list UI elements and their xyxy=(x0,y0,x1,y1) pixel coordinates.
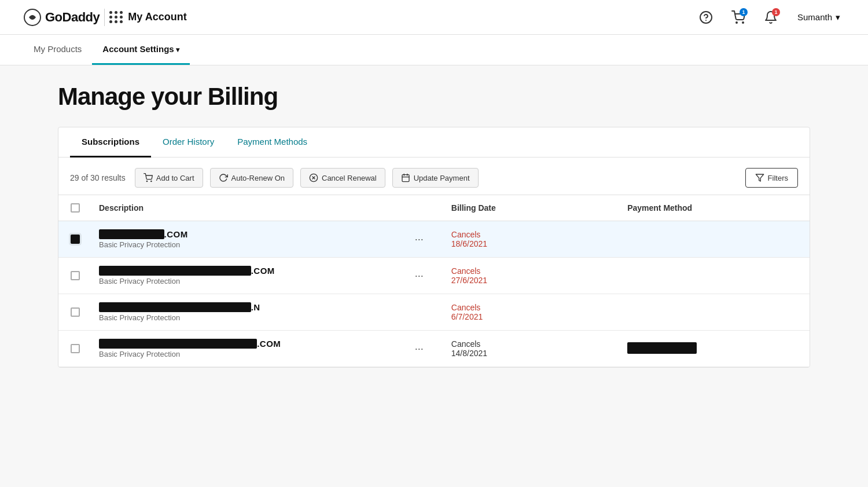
description-cell: XXXXXXXXXXXXXXXXXXXXXXXXX.N Basic Privac… xyxy=(87,294,440,331)
row-checkbox-cell xyxy=(58,331,87,367)
description-cell: NREGTNCCON.COM Basic Privacy Protection … xyxy=(87,221,440,258)
billing-date: 18/6/2021 xyxy=(451,239,604,248)
calendar-icon xyxy=(401,173,410,182)
cancels-label: Cancels xyxy=(451,266,604,276)
domain-name: XXXXXXXXXXXXXXXXXXXXXXXXXX.COM xyxy=(99,339,281,349)
payment-method-cell xyxy=(616,258,810,294)
sub-nav: My Products Account Settings xyxy=(0,35,868,65)
description-cell: XXXXXXXXXXXXXXXXXXXXXXXXX.COM Basic Priv… xyxy=(87,258,440,294)
svg-rect-10 xyxy=(402,175,409,182)
notifications-badge: 1 xyxy=(772,8,780,16)
domain-name: XXXXXXXXXXXXXXXXXXXXXXXXX.COM xyxy=(99,266,275,276)
cancels-label: Cancels xyxy=(451,230,604,239)
logo-text: GoDaddy xyxy=(45,10,100,25)
payment-method-cell xyxy=(616,221,810,258)
select-all-col xyxy=(58,195,87,221)
svg-point-3 xyxy=(736,22,737,23)
table-row: XXXXXXXXXXXXXXXXXXXXXXXXXX.COM Basic Pri… xyxy=(58,331,810,367)
domain-name: XXXXXXXXXXXXXXXXXXXXXXXXX.N xyxy=(99,302,260,312)
results-count: 29 of 30 results xyxy=(70,173,126,182)
filter-icon xyxy=(755,173,764,182)
billing-date: 6/7/2021 xyxy=(451,312,604,321)
sub-description: Basic Privacy Protection xyxy=(99,350,281,358)
row-checkbox-cell xyxy=(58,294,87,331)
svg-marker-14 xyxy=(756,174,763,181)
payment-method-cell xyxy=(616,331,810,367)
billing-date: 14/8/2021 xyxy=(451,349,604,358)
tab-subscriptions[interactable]: Subscriptions xyxy=(70,127,151,158)
billing-date-cell: Cancels 18/6/2021 xyxy=(440,221,616,258)
payment-method-col-header: Payment Method xyxy=(616,195,810,221)
description-col-header: Description xyxy=(87,195,440,221)
header-divider xyxy=(104,9,105,26)
sub-description: Basic Privacy Protection xyxy=(99,313,260,322)
domain-redacted: XXXXXXXXXXXXXXXXXXXXXXXXXX xyxy=(99,339,257,349)
more-options-button[interactable]: ··· xyxy=(410,231,428,248)
svg-point-4 xyxy=(742,22,744,23)
row-checkbox-cell xyxy=(58,221,87,258)
my-account-label: My Account xyxy=(128,11,186,23)
godaddy-icon xyxy=(23,8,42,27)
sub-description: Basic Privacy Protection xyxy=(99,277,275,285)
main-content: Manage your Billing Subscriptions Order … xyxy=(35,65,833,385)
cart-button[interactable]: 1 xyxy=(728,7,749,28)
auto-renew-button[interactable]: Auto-Renew On xyxy=(210,168,294,188)
header: GoDaddy My Account 1 xyxy=(0,0,868,35)
billing-date-col-header: Billing Date xyxy=(440,195,616,221)
more-options-button[interactable]: ··· xyxy=(410,340,428,357)
add-to-cart-button[interactable]: Add to Cart xyxy=(135,168,203,188)
billing-card: Subscriptions Order History Payment Meth… xyxy=(58,127,810,368)
domain-redacted: XXXXXXXXXXXXXXXXXXXXXXXXX xyxy=(99,302,251,312)
cancel-renewal-button[interactable]: Cancel Renewal xyxy=(300,168,385,188)
row-checkbox[interactable] xyxy=(71,307,80,317)
table-header-row: Description Billing Date Payment Method xyxy=(58,195,810,221)
notifications-button[interactable]: 1 xyxy=(760,7,781,28)
subscriptions-table: Description Billing Date Payment Method xyxy=(58,195,810,367)
user-menu-button[interactable]: Sumanth ▾ xyxy=(793,10,845,25)
billing-date: 27/6/2021 xyxy=(451,276,604,285)
billing-date-cell: Cancels 27/6/2021 xyxy=(440,258,616,294)
svg-point-5 xyxy=(146,181,147,181)
chevron-down-icon: ▾ xyxy=(836,12,840,23)
table-row: XXXXXXXXXXXXXXXXXXXXXXXXX.N Basic Privac… xyxy=(58,294,810,331)
table-row: XXXXXXXXXXXXXXXXXXXXXXXXX.COM Basic Priv… xyxy=(58,258,810,294)
sidebar-item-account-settings[interactable]: Account Settings xyxy=(92,35,190,65)
billing-date-cell: Cancels 14/8/2021 xyxy=(440,331,616,367)
row-checkbox[interactable] xyxy=(71,344,80,353)
logo-area: GoDaddy My Account xyxy=(23,8,187,27)
page-title: Manage your Billing xyxy=(58,83,810,111)
more-options-button[interactable]: ··· xyxy=(410,268,428,284)
cart-action-icon xyxy=(144,173,153,182)
sub-description: Basic Privacy Protection xyxy=(99,240,188,249)
payment-redacted xyxy=(627,342,697,354)
cancels-label: Cancels xyxy=(451,303,604,312)
cart-badge: 1 xyxy=(740,8,748,16)
user-name: Sumanth xyxy=(797,12,832,22)
sidebar-item-my-products[interactable]: My Products xyxy=(23,35,92,65)
row-checkbox[interactable] xyxy=(71,235,80,244)
grid-icon xyxy=(109,11,123,23)
toolbar: 29 of 30 results Add to Cart Auto-Renew … xyxy=(58,158,810,195)
domain-redacted: XXXXXXXXXXXXXXXXXXXXXXXXX xyxy=(99,266,251,276)
tab-payment-methods[interactable]: Payment Methods xyxy=(226,127,319,158)
godaddy-logo: GoDaddy xyxy=(23,8,100,27)
filters-button[interactable]: Filters xyxy=(745,168,798,188)
table-row: NREGTNCCON.COM Basic Privacy Protection … xyxy=(58,221,810,258)
billing-date-cell: Cancels 6/7/2021 xyxy=(440,294,616,331)
domain-redacted: NREGTNCCON xyxy=(99,229,164,239)
help-icon xyxy=(699,10,713,24)
cancel-icon xyxy=(309,173,318,182)
tab-order-history[interactable]: Order History xyxy=(151,127,226,158)
cancels-label: Cancels xyxy=(451,339,604,349)
svg-point-6 xyxy=(150,181,151,181)
refresh-icon xyxy=(219,173,228,182)
row-checkbox[interactable] xyxy=(71,271,80,280)
billing-tabs: Subscriptions Order History Payment Meth… xyxy=(58,127,810,158)
domain-name: NREGTNCCON.COM xyxy=(99,229,188,239)
select-all-checkbox[interactable] xyxy=(71,203,80,213)
description-cell: XXXXXXXXXXXXXXXXXXXXXXXXXX.COM Basic Pri… xyxy=(87,331,440,367)
update-payment-button[interactable]: Update Payment xyxy=(392,168,479,188)
payment-method-cell xyxy=(616,294,810,331)
help-button[interactable] xyxy=(696,7,716,28)
toolbar-left: 29 of 30 results Add to Cart Auto-Renew … xyxy=(70,168,479,188)
